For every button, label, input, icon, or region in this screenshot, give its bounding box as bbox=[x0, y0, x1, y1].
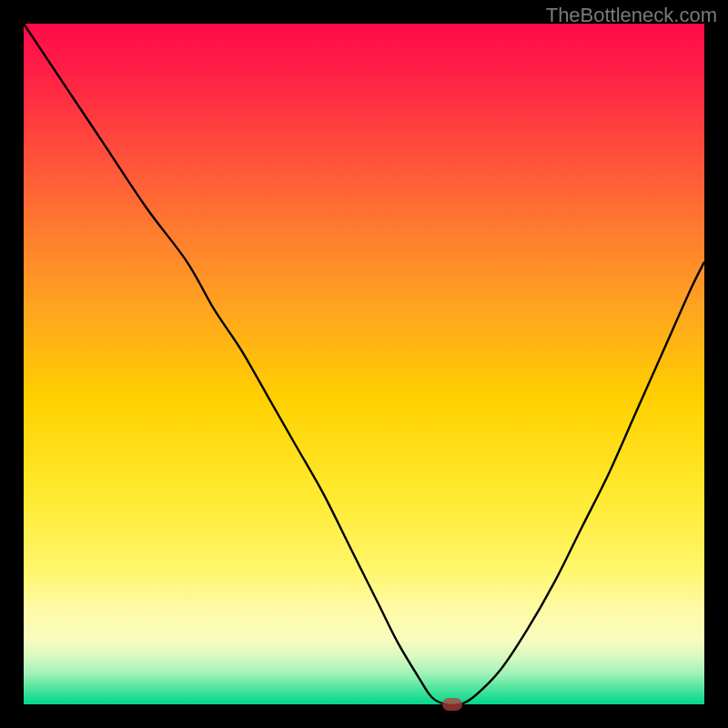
optimum-marker bbox=[442, 698, 462, 711]
chart-container: TheBottleneck.com bbox=[0, 0, 728, 728]
bottleneck-curve bbox=[24, 24, 704, 704]
plot-area bbox=[24, 24, 704, 704]
watermark-text: TheBottleneck.com bbox=[546, 4, 717, 27]
